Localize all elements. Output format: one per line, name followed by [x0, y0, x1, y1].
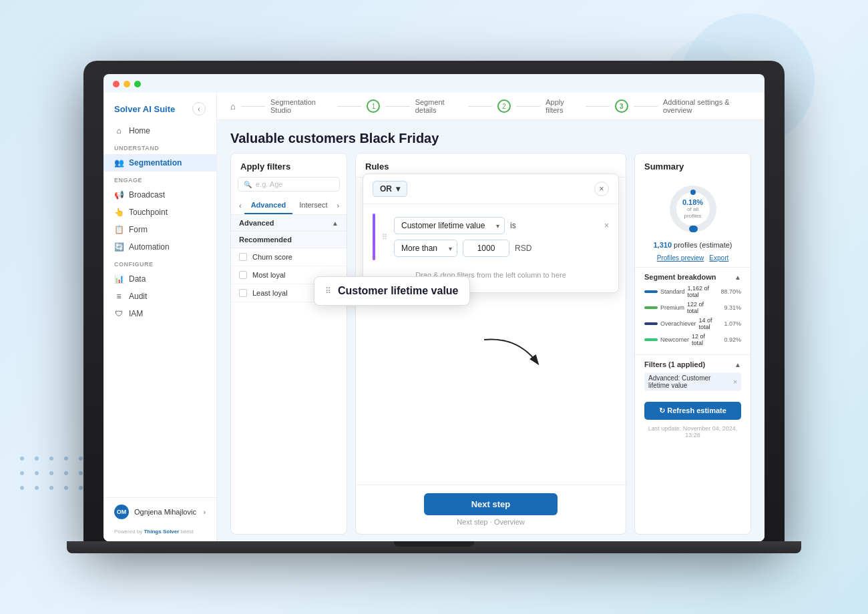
filter-item-churn-label: Churn score	[252, 253, 292, 261]
filters-search-area: 🔍 e.g. Age	[231, 177, 347, 197]
next-step-button[interactable]: Next step	[424, 493, 558, 515]
export-link[interactable]: Export	[709, 254, 728, 262]
sidebar-item-label-form: Form	[129, 225, 148, 234]
rule-drag-handle[interactable]: ⠿	[382, 233, 387, 242]
rule-row-close-button[interactable]: ×	[604, 221, 609, 230]
breadcrumb-label-2: Segment details	[415, 98, 463, 114]
donut-subtitle: of all profiles	[680, 206, 706, 219]
tl-fullscreen[interactable]	[134, 81, 141, 87]
rules-panel: Rules OR ▾ ×	[355, 153, 626, 535]
rule-field-row-1: Customer lifetime value ▾ is ×	[394, 217, 609, 234]
breadcrumb-line-1	[241, 106, 265, 107]
breakdown-toggle-icon[interactable]: ▲	[734, 274, 741, 281]
audit-icon: ≡	[114, 292, 124, 301]
or-dropdown[interactable]: OR ▾	[373, 181, 407, 197]
tl-close[interactable]	[113, 81, 120, 87]
sidebar-item-segmentation[interactable]: 👥 Segmentation	[103, 154, 216, 172]
breadcrumb-label-4: Additional settings & overview	[663, 98, 751, 114]
breakdown-color-premium	[644, 306, 658, 309]
breadcrumb-line-6	[586, 106, 610, 107]
breakdown-pct-premium: 9.31%	[718, 304, 741, 311]
tl-minimize[interactable]	[124, 81, 130, 87]
sidebar-back-button[interactable]: ‹	[192, 102, 206, 115]
breakdown-title: Segment breakdown	[644, 273, 716, 281]
is-label: is	[510, 221, 516, 230]
filter-item-most-loyal-label: Most loyal	[252, 271, 286, 279]
breakdown-pct-standard: 88.70%	[718, 288, 741, 295]
avatar: OM	[114, 505, 129, 519]
sidebar-item-data[interactable]: 📊 Data	[103, 270, 216, 288]
tab-advanced[interactable]: Advanced	[244, 197, 293, 214]
sidebar-item-label-broadcast: Broadcast	[129, 190, 165, 200]
sidebar-user[interactable]: OM Ognjena Mihajlovic ›	[114, 505, 206, 519]
rule-bar	[373, 214, 375, 260]
app-logo: Solver AI Suite	[114, 104, 175, 114]
sidebar-item-audit[interactable]: ≡ Audit	[103, 288, 216, 305]
breadcrumb-line-4	[468, 106, 492, 107]
breadcrumb-label-3: Apply filters	[546, 98, 580, 114]
breadcrumb-step-1: Segmentation Studio	[270, 98, 332, 114]
rule-condition-row: More than ▾ RSD	[394, 240, 609, 257]
or-chevron-icon: ▾	[396, 184, 400, 194]
filters-applied-header: Filters (1 applied) ▲	[644, 360, 741, 368]
tooltip-label: Customer lifetime value	[338, 285, 459, 297]
most-loyal-checkbox[interactable]	[239, 271, 247, 279]
iam-icon: 🛡	[114, 309, 124, 318]
laptop-notch	[394, 541, 474, 547]
touchpoint-icon: 👆	[114, 208, 124, 217]
filter-section-recommended[interactable]: Recommended	[231, 232, 347, 248]
filter-tab-prev-icon[interactable]: ‹	[236, 199, 244, 212]
condition-select[interactable]: More than	[394, 240, 457, 257]
tab-intersect[interactable]: Intersect	[292, 197, 334, 214]
sidebar-logo: Solver AI Suite ‹	[103, 93, 216, 122]
donut-area: 0.18% of all profiles	[635, 177, 750, 238]
last-update-label: Last update: November 04, 2024, 13:28	[635, 425, 750, 444]
filters-applied-toggle-icon[interactable]: ▲	[734, 361, 741, 368]
sidebar-item-form[interactable]: 📋 Form	[103, 221, 216, 238]
sidebar-section-understand: UNDERSTAND	[103, 139, 216, 154]
sidebar-item-home[interactable]: ⌂ Home	[103, 122, 216, 139]
chevron-right-icon: ›	[204, 509, 206, 516]
profiles-actions: Profiles preview Export	[635, 252, 750, 267]
breadcrumb-line-3	[385, 106, 409, 107]
profiles-preview-link[interactable]: Profiles preview	[657, 254, 704, 262]
laptop-body: Solver AI Suite ‹ ⌂ Home UNDERSTAND 👥 Se…	[83, 61, 785, 541]
filters-panel: Apply filters 🔍 e.g. Age ‹ Advance	[230, 153, 347, 535]
breakdown-count-premium: 122 of total	[687, 301, 715, 314]
sidebar-item-touchpoint[interactable]: 👆 Touchpoint	[103, 204, 216, 221]
sidebar-section-configure: CONFIGURE	[103, 256, 216, 270]
sidebar-item-automation[interactable]: 🔄 Automation	[103, 238, 216, 256]
field-select[interactable]: Customer lifetime value	[394, 217, 505, 234]
breadcrumb-circle-3: 3	[615, 99, 628, 113]
broadcast-icon: 📢	[114, 190, 124, 200]
home-breadcrumb-icon[interactable]: ⌂	[230, 101, 236, 111]
main-content: ⌂ Segmentation Studio 1 Segment details …	[217, 93, 765, 541]
breadcrumb-circle-1: 1	[367, 99, 380, 113]
segmentation-icon: 👥	[114, 158, 124, 168]
profiles-number: 1,310	[653, 241, 672, 249]
filters-search-box[interactable]: 🔍 e.g. Age	[238, 177, 340, 192]
sidebar-item-iam[interactable]: 🛡 IAM	[103, 305, 216, 322]
breakdown-item-standard: Standard 1,162 of total 88.70%	[644, 285, 741, 298]
summary-panel-title: Summary	[635, 154, 750, 177]
filter-applied-close-button[interactable]: ×	[733, 378, 737, 386]
drag-handle-icon: ⠿	[325, 286, 331, 296]
laptop-screen: Solver AI Suite ‹ ⌂ Home UNDERSTAND 👥 Se…	[103, 74, 765, 541]
least-loyal-checkbox[interactable]	[239, 289, 247, 297]
value-input[interactable]	[463, 240, 509, 257]
filter-item-churn[interactable]: Churn score	[231, 248, 347, 266]
refresh-estimate-button[interactable]: ↻ Refresh estimate	[644, 402, 741, 420]
automation-icon: 🔄	[114, 242, 124, 252]
traffic-lights	[113, 81, 141, 87]
churn-checkbox[interactable]	[239, 253, 247, 261]
breakdown-item-newcomer: Newcomer 12 of total 0.92%	[644, 333, 741, 346]
breakdown-name-premium: Premium	[660, 304, 684, 311]
sidebar-item-broadcast[interactable]: 📢 Broadcast	[103, 186, 216, 204]
rule-modal-close-button[interactable]: ×	[594, 182, 609, 196]
sidebar-item-label-data: Data	[129, 274, 146, 284]
filter-tab-next-icon[interactable]: ›	[334, 199, 342, 212]
currency-label: RSD	[515, 244, 531, 253]
filter-section-advanced[interactable]: Advanced ▲	[231, 215, 347, 232]
breakdown-count-overachiever: 14 of total	[699, 317, 715, 330]
sidebar-item-label-automation: Automation	[129, 242, 170, 252]
